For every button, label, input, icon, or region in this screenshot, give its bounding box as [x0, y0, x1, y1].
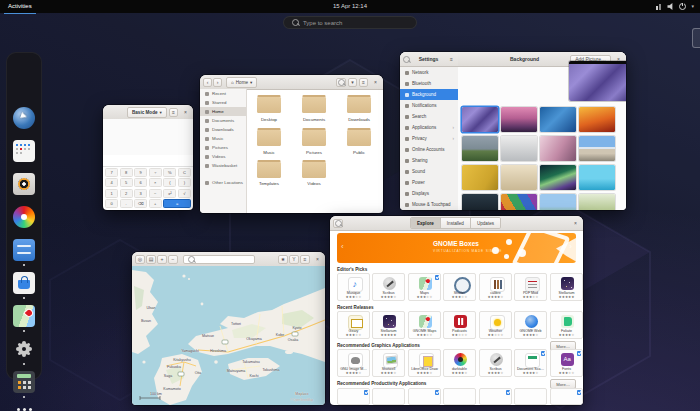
forward-button[interactable]: › — [213, 78, 222, 87]
sidebar-item-home[interactable]: Home — [200, 107, 246, 116]
wallpaper-thumb-misty-figures[interactable] — [501, 136, 537, 161]
calc-key[interactable]: . — [120, 199, 133, 208]
calc-key[interactable]: 4 — [105, 178, 118, 187]
sidebar-item-downloads[interactable]: Downloads — [200, 125, 246, 134]
calc-key[interactable]: ( — [163, 178, 176, 187]
calc-key[interactable]: 9 — [134, 168, 147, 177]
sidebar-item-pictures[interactable]: Pictures — [200, 143, 246, 152]
calc-mode-selector[interactable]: Basic Mode ▾ — [127, 107, 167, 118]
maps-close-button[interactable]: × — [313, 255, 322, 264]
wallpaper-thumb-orange-weave[interactable] — [579, 107, 615, 132]
app-tile-darktable[interactable]: darktable★★★★★ — [443, 349, 476, 377]
calc-key[interactable]: × — [149, 178, 162, 187]
calc-close-button[interactable]: × — [181, 108, 190, 117]
calc-key[interactable]: √ — [178, 189, 191, 198]
dock-item-calendar[interactable] — [12, 139, 36, 163]
carousel-prev-icon[interactable]: ‹ — [341, 242, 344, 251]
wallpaper-thumb-white-flowers[interactable] — [579, 194, 615, 210]
calc-menu-button[interactable]: ≡ — [169, 108, 178, 117]
wallpaper-thumb-aurora[interactable] — [540, 165, 576, 190]
sidebar-item-music[interactable]: Music — [200, 134, 246, 143]
app-tile-docscanner[interactable]: Document Sca…★★★★★ — [514, 349, 547, 377]
view-toggle-button[interactable]: ▾ — [348, 78, 357, 87]
app-tile-geary[interactable]: Geary★★★★★ — [337, 311, 370, 339]
back-button[interactable]: ‹ — [203, 78, 212, 87]
maps-window[interactable]: ◎ ▤ + − ★ Y ≡ × — [132, 252, 325, 405]
calc-key[interactable]: 6 — [134, 178, 147, 187]
calc-key[interactable]: ) — [178, 178, 191, 187]
map-canvas[interactable]: Ulsan Busan Matsue Tottori Okayama Kyoto… — [132, 266, 325, 405]
path-bar[interactable]: ⌂ Home ▾ — [226, 77, 257, 88]
app-tile-clipped[interactable] — [337, 388, 370, 405]
sidebar-item-starred[interactable]: Starred — [200, 98, 246, 107]
app-tile-musique[interactable]: Musique★★★★★ — [337, 273, 370, 301]
folder-music[interactable] — [257, 130, 281, 146]
software-window[interactable]: Explore Installed Updates × ‹ › GNOME Bo… — [330, 216, 583, 405]
app-tile-gimp[interactable]: GNU Image M…★★★★★ — [337, 349, 370, 377]
app-tile-gnome-maps[interactable]: GNOME Maps★★★★★ — [408, 311, 441, 339]
zoom-out-button[interactable]: − — [168, 255, 178, 264]
settings-item-power[interactable]: Power — [400, 177, 458, 188]
route-button[interactable]: Y — [289, 255, 299, 264]
files-window[interactable]: ‹ › ⌂ Home ▾ ▾ ≡ × Recent Starred Home D… — [200, 75, 383, 213]
folder-templates[interactable] — [257, 162, 281, 178]
app-tile-fonts[interactable]: Fonts★★★★★ — [550, 349, 583, 377]
folder-desktop[interactable] — [257, 97, 281, 113]
tab-explore[interactable]: Explore — [411, 218, 441, 228]
wallpaper-thumb-desert-road[interactable] — [579, 136, 615, 161]
app-tile-gnome-web[interactable]: GNOME Web★★★★★ — [514, 311, 547, 339]
app-tile-shotwell[interactable]: Shotwell★★★★★ — [372, 349, 405, 377]
app-tile-clipped[interactable] — [514, 388, 547, 405]
wallpaper-thumb-yellow-frog[interactable] — [462, 165, 498, 190]
app-tile-podcasts[interactable]: Podcasts★★★★★ — [443, 311, 476, 339]
app-tile-shutter[interactable]: Shutter★★★★★ — [443, 273, 476, 301]
calc-key[interactable]: x² — [163, 189, 176, 198]
files-menu-button[interactable]: ≡ — [359, 78, 368, 87]
settings-item-bluetooth[interactable]: Bluetooth — [400, 78, 458, 89]
app-tile-scribus[interactable]: Scribus★★★★★ — [372, 273, 405, 301]
calc-key[interactable]: ⌫ — [134, 199, 147, 208]
wallpaper-thumb-spring-blossoms[interactable] — [540, 136, 576, 161]
current-location-button[interactable]: ◎ — [135, 255, 145, 264]
sidebar-item-documents[interactable]: Documents — [200, 116, 246, 125]
folder-downloads[interactable] — [347, 97, 371, 113]
dock-item-files[interactable] — [12, 238, 36, 262]
calc-key[interactable]: 3 — [134, 189, 147, 198]
calc-key[interactable]: C — [178, 168, 191, 177]
app-tile-stellarium[interactable]: Stellarium★★★★★ — [550, 273, 583, 301]
sidebar-item-wastebasket[interactable]: Wastebasket — [200, 161, 246, 170]
dock-item-software[interactable] — [12, 271, 36, 295]
maps-menu-button[interactable]: ≡ — [300, 255, 310, 264]
app-tile-pdfmod[interactable]: PDF Mod★★★★★ — [514, 273, 547, 301]
app-tile-weather[interactable]: Weather★★★★★ — [479, 311, 512, 339]
calc-key[interactable]: 8 — [120, 168, 133, 177]
wallpaper-thumb-storm-field[interactable] — [462, 136, 498, 161]
calc-equals-key[interactable]: = — [163, 199, 191, 208]
folder-documents[interactable] — [302, 97, 326, 113]
dock-item-settings[interactable] — [12, 337, 36, 361]
calc-key[interactable]: 2 — [120, 189, 133, 198]
maps-search-input[interactable] — [183, 255, 255, 264]
settings-item-search[interactable]: Search — [400, 111, 458, 122]
calc-key[interactable]: 7 — [105, 168, 118, 177]
app-tile-lodraw[interactable]: LibreOffice Draw★★★★★ — [408, 349, 441, 377]
settings-item-sharing[interactable]: Sharing — [400, 155, 458, 166]
featured-banner[interactable]: ‹ › GNOME Boxes VIRTUALIZATION MADE SIMP… — [337, 233, 576, 263]
files-search-button[interactable] — [336, 78, 346, 87]
calc-key[interactable]: 5 — [120, 178, 133, 187]
app-tile-calibre[interactable]: calibre★★★★★ — [479, 273, 512, 301]
settings-item-notifications[interactable]: Notifications — [400, 100, 458, 111]
clock[interactable]: 15 Apr 12:14 — [0, 0, 700, 13]
folder-videos[interactable] — [302, 162, 326, 178]
settings-item-mouse[interactable]: Mouse & Touchpad — [400, 199, 458, 210]
calc-key[interactable]: % — [163, 168, 176, 177]
software-search-button[interactable] — [333, 219, 343, 228]
layers-button[interactable]: ▤ — [146, 255, 156, 264]
settings-item-applications[interactable]: Applications› — [400, 122, 458, 133]
tab-installed[interactable]: Installed — [441, 218, 471, 228]
dock-item-app-grid[interactable] — [12, 403, 36, 411]
calc-key[interactable]: 1 — [105, 189, 118, 198]
settings-item-displays[interactable]: Displays — [400, 188, 458, 199]
app-tile-maps[interactable]: Maps★★★★★ — [408, 273, 441, 301]
workspace-thumbnail[interactable] — [692, 28, 700, 48]
